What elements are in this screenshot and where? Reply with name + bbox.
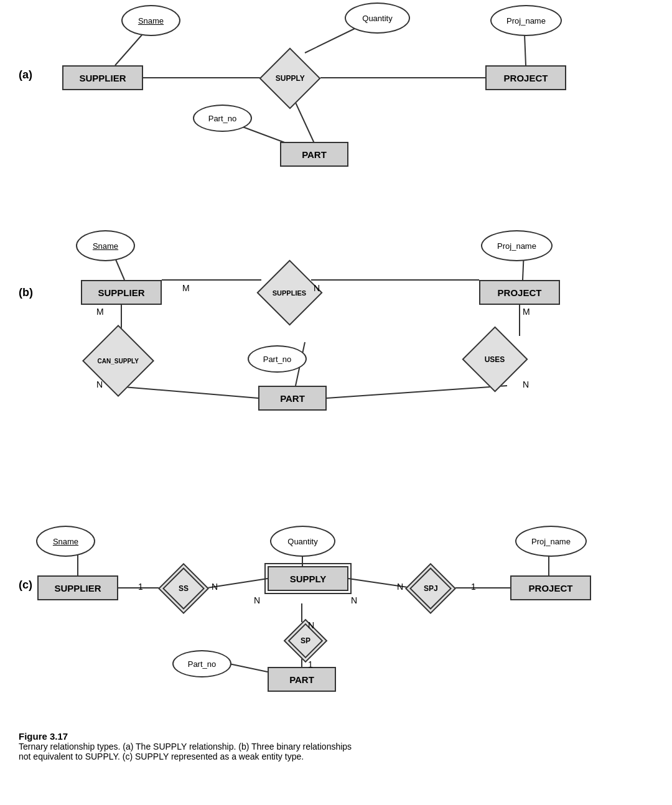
attr-projname-b: Proj_name xyxy=(481,230,553,261)
section-a-label: (a) xyxy=(19,68,32,81)
entity-part-a: PART xyxy=(280,142,348,167)
figure-title: Figure 3.17 xyxy=(19,731,641,742)
section-c-label: (c) xyxy=(19,579,32,592)
card-c-4: N xyxy=(351,595,357,605)
attr-quantity-c: Quantity xyxy=(270,526,335,557)
rel-cansupply-b: CAN_SUPPLY xyxy=(84,333,152,389)
entity-part-c: PART xyxy=(268,667,336,692)
card-b-2: N xyxy=(314,283,320,293)
card-c-1: 1 xyxy=(138,582,143,592)
figure-caption: Figure 3.17 Ternary relationship types. … xyxy=(19,731,641,761)
attr-partno-b: Part_no xyxy=(248,345,307,373)
attr-quantity-a: Quantity xyxy=(345,2,410,34)
svg-line-12 xyxy=(327,386,507,398)
section-b-label: (b) xyxy=(19,286,33,299)
caption-line1: Ternary relationship types. (a) The SUPP… xyxy=(19,742,641,751)
entity-project-b: PROJECT xyxy=(479,280,560,305)
card-b-6: N xyxy=(523,379,529,389)
entity-project-a: PROJECT xyxy=(485,65,566,90)
rel-supply-a: SUPPLY xyxy=(260,52,319,105)
card-c-8: 1 xyxy=(308,659,313,669)
svg-line-5 xyxy=(525,34,526,65)
rel-sp-c: SP xyxy=(285,622,325,659)
entity-supplier-b: SUPPLIER xyxy=(81,280,162,305)
card-c-7: N xyxy=(308,620,314,630)
caption-line2: not equivalent to SUPPLY. (c) SUPPLY rep… xyxy=(19,751,641,761)
card-b-5: M xyxy=(523,307,530,317)
attr-sname-a: Sname xyxy=(121,5,180,36)
card-b-1: M xyxy=(182,283,190,293)
attr-sname-c: Sname xyxy=(36,526,95,557)
attr-projname-c: Proj_name xyxy=(515,526,587,557)
entity-part-b: PART xyxy=(258,386,327,411)
card-b-3: M xyxy=(96,307,104,317)
entity-supply-c: SUPPLY xyxy=(268,566,348,591)
card-b-4: N xyxy=(96,379,103,389)
attr-projname-a: Proj_name xyxy=(490,5,562,36)
svg-line-2 xyxy=(296,103,314,143)
rel-uses-b: USES xyxy=(467,333,523,386)
entity-supplier-c: SUPPLIER xyxy=(37,575,118,600)
attr-partno-c: Part_no xyxy=(172,650,231,677)
rel-ss-c: SS xyxy=(159,568,208,608)
entity-supplier-a: SUPPLIER xyxy=(62,65,143,90)
rel-supplies-b: SUPPLIES xyxy=(260,266,319,319)
attr-sname-b: Sname xyxy=(76,230,135,261)
entity-project-c: PROJECT xyxy=(510,575,591,600)
attr-partno-a: Part_no xyxy=(193,105,252,132)
rel-spj-c: SPJ xyxy=(406,568,455,608)
card-c-2: N xyxy=(212,582,218,592)
card-c-3: N xyxy=(254,595,260,605)
card-c-6: 1 xyxy=(471,582,476,592)
card-c-5: N xyxy=(397,582,403,592)
